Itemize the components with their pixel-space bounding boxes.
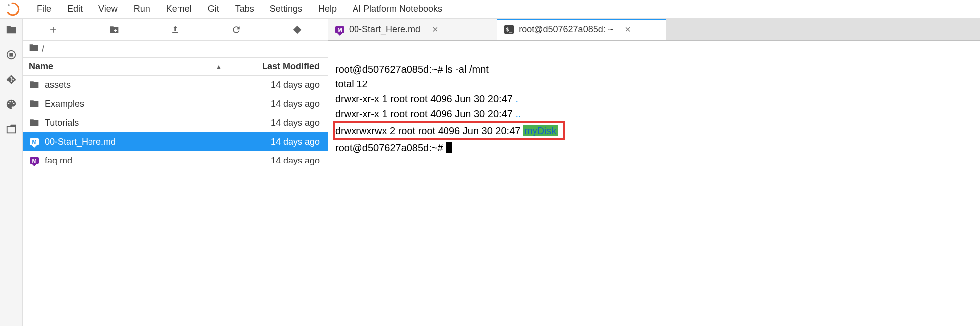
file-modified-cell: 14 days ago (228, 137, 328, 147)
markdown-icon: M (29, 136, 40, 147)
svg-rect-5 (7, 127, 15, 133)
sort-ascending-icon: ▲ (216, 63, 222, 70)
menu-tabs[interactable]: Tabs (227, 1, 262, 17)
palette-icon[interactable] (5, 98, 17, 110)
menu-git[interactable]: Git (200, 1, 227, 17)
tab-bar-empty (666, 19, 980, 40)
file-row[interactable]: Mfaq.md14 days ago (23, 151, 328, 170)
file-modified-cell: 14 days ago (228, 118, 328, 128)
file-name-label: faq.md (45, 156, 72, 166)
file-name-cell: Examples (23, 94, 228, 113)
terminal-icon: $_ (504, 25, 514, 34)
column-name-label: Name (29, 61, 53, 72)
menu-settings[interactable]: Settings (262, 1, 310, 17)
tab-start-here[interactable]: M 00-Start_Here.md × (328, 19, 497, 40)
file-name-label: Examples (45, 99, 84, 109)
svg-rect-4 (10, 53, 13, 56)
terminal-line: root@d507627a085d:~# ls -al /mnt (335, 64, 489, 75)
file-name-label: Tutorials (45, 118, 79, 128)
tabs-icon[interactable] (5, 123, 17, 135)
new-folder-icon[interactable] (107, 22, 122, 37)
close-icon[interactable]: × (625, 24, 631, 35)
file-list: assets14 days agoExamples14 days agoTuto… (23, 76, 328, 326)
svg-point-0 (6, 2, 20, 16)
tab-label: root@d507627a085d: ~ (519, 24, 613, 35)
terminal-line: total 12 (335, 79, 368, 89)
column-header-modified[interactable]: Last Modified (228, 61, 328, 72)
file-name-cell: Mfaq.md (23, 151, 228, 170)
folder-icon (29, 98, 40, 109)
file-name-cell: assets (23, 76, 228, 94)
svg-point-2 (16, 12, 18, 14)
file-row[interactable]: M00-Start_Here.md14 days ago (23, 132, 328, 151)
terminal-output[interactable]: root@d507627a085d:~# ls -al /mnt total 1… (328, 41, 980, 326)
main-area: + / Name ▲ Last Modified assets14 days a… (0, 19, 980, 326)
folder-icon (29, 80, 40, 90)
breadcrumb[interactable]: / (23, 41, 328, 58)
file-row[interactable]: assets14 days ago (23, 76, 328, 94)
file-modified-cell: 14 days ago (228, 99, 328, 109)
markdown-icon: M (335, 26, 344, 33)
tab-terminal[interactable]: $_ root@d507627a085d: ~ × (497, 19, 666, 40)
tab-bar: M 00-Start_Here.md × $_ root@d507627a085… (328, 19, 980, 41)
menu-view[interactable]: View (90, 1, 126, 17)
file-browser-panel: + / Name ▲ Last Modified assets14 days a… (23, 19, 328, 326)
file-name-cell: M00-Start_Here.md (23, 132, 228, 151)
menu-edit[interactable]: Edit (59, 1, 90, 17)
activity-bar (0, 19, 23, 326)
file-name-cell: Tutorials (23, 113, 228, 132)
column-header-name[interactable]: Name ▲ (23, 58, 228, 75)
jupyter-logo-icon (6, 2, 20, 16)
highlighted-line: drwxrwxrwx 2 root root 4096 Jun 30 20:47… (333, 121, 565, 140)
file-modified-cell: 14 days ago (228, 80, 328, 90)
column-modified-label: Last Modified (262, 61, 320, 71)
upload-icon[interactable] (168, 22, 182, 37)
file-modified-cell: 14 days ago (228, 156, 328, 166)
content-area: M 00-Start_Here.md × $_ root@d507627a085… (328, 19, 980, 326)
file-name-label: assets (45, 80, 71, 90)
close-icon[interactable]: × (432, 24, 438, 35)
menu-bar: File Edit View Run Kernel Git Tabs Setti… (0, 0, 980, 19)
file-row[interactable]: Tutorials14 days ago (23, 113, 328, 132)
markdown-icon: M (29, 155, 40, 166)
folder-icon (29, 117, 40, 128)
refresh-icon[interactable] (229, 22, 244, 37)
menu-help[interactable]: Help (310, 1, 345, 17)
terminal-prompt: root@d507627a085d:~# (335, 142, 452, 153)
folder-icon (29, 43, 39, 55)
git-icon[interactable] (5, 74, 17, 85)
file-name-label: 00-Start_Here.md (45, 137, 116, 147)
svg-point-1 (8, 4, 10, 6)
file-list-header: Name ▲ Last Modified (23, 58, 328, 76)
menu-file[interactable]: File (29, 1, 59, 17)
terminal-line: drwxr-xr-x 1 root root 4096 Jun 30 20:47… (335, 93, 518, 104)
file-row[interactable]: Examples14 days ago (23, 94, 328, 113)
menu-run[interactable]: Run (126, 1, 158, 17)
menu-ai-notebooks[interactable]: AI Platform Notebooks (345, 1, 450, 17)
menu-kernel[interactable]: Kernel (158, 1, 200, 17)
file-toolbar: + (23, 19, 328, 41)
svg-text:+: + (298, 25, 301, 29)
terminal-line: drwxr-xr-x 1 root root 4096 Jun 30 20:47… (335, 108, 521, 119)
new-launcher-icon[interactable] (46, 22, 61, 37)
breadcrumb-path: / (42, 44, 44, 54)
tab-label: 00-Start_Here.md (349, 24, 420, 35)
cursor-icon (446, 142, 452, 153)
folder-icon[interactable] (5, 24, 17, 36)
running-icon[interactable] (5, 49, 17, 61)
git-clone-icon[interactable]: + (290, 22, 305, 37)
